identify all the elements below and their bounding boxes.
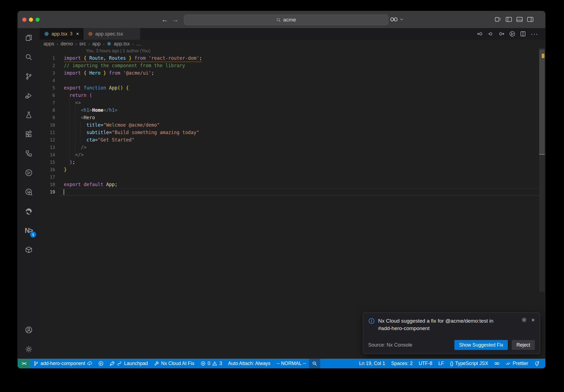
code-line: 8 <h1>Home</h1> <box>40 107 545 114</box>
activity-bar-item-nx-console[interactable]: N>1 <box>18 221 40 240</box>
status-item-auto-attach[interactable]: Auto Attach: Always <box>225 359 273 368</box>
status-item-commit-graph[interactable] <box>95 359 107 368</box>
copilot-icon <box>494 361 500 366</box>
activity-bar-item-settings[interactable] <box>18 339 40 359</box>
breadcrumb-item[interactable]: demo <box>61 41 73 47</box>
toggle-secondary-sidebar-icon[interactable] <box>527 16 534 23</box>
status-item-git-branch[interactable]: add-hero-component <box>30 359 95 368</box>
line-number: 13 <box>40 144 55 151</box>
split-editor-icon[interactable] <box>520 31 526 37</box>
activity-bar-item-edge-devtools[interactable] <box>18 202 40 221</box>
traffic-light-minimize[interactable] <box>29 18 33 22</box>
language-mode-glyph: {} <box>450 361 453 366</box>
copilot-menu[interactable] <box>390 15 404 23</box>
activity-bar-item-containers[interactable] <box>18 240 40 259</box>
activity-bar-item-references[interactable] <box>18 144 40 163</box>
activity-bar-item-run-and-debug[interactable] <box>18 86 40 105</box>
notification-close-icon[interactable]: × <box>531 317 535 332</box>
reject-button[interactable]: Reject <box>512 340 535 350</box>
files-icon <box>25 34 32 42</box>
tab-app-spec-tsx[interactable]: app.spec.tsx <box>83 28 140 40</box>
customize-layout-icon[interactable] <box>495 16 501 23</box>
more-actions-icon[interactable]: ··· <box>531 30 538 38</box>
status-item-encoding[interactable]: UTF-8 <box>416 359 435 368</box>
code-line: 19 <box>40 188 545 196</box>
code-line: 18export default App; <box>40 181 545 188</box>
notification-settings-gear-icon[interactable] <box>521 317 527 332</box>
status-item-notifications-bell[interactable] <box>531 359 543 368</box>
tab-close-icon[interactable]: × <box>76 31 79 37</box>
status-item-gitlens-launchpad[interactable]: Launchpad <box>107 359 151 368</box>
activity-bar-item-gitlens-inspect[interactable] <box>18 182 40 202</box>
account-icon <box>25 326 32 334</box>
commit-graph-icon[interactable] <box>509 31 515 37</box>
traffic-light-zoom[interactable] <box>36 18 40 22</box>
notification-source: Source: Nx Console <box>368 342 412 348</box>
status-item-indentation[interactable]: Spaces: 2 <box>388 359 416 368</box>
activity-bar-item-extensions[interactable] <box>18 124 40 144</box>
layout-controls <box>495 16 534 23</box>
activity-bar-item-gitlens[interactable] <box>18 163 40 182</box>
beaker-icon <box>25 111 32 119</box>
code-line: 5export function App() { <box>40 84 545 92</box>
breadcrumb-item[interactable]: apps <box>44 41 54 47</box>
tab-app-tsx[interactable]: app.tsx3× <box>40 28 83 40</box>
toggle-primary-sidebar-icon[interactable] <box>505 16 512 23</box>
breadcrumb-separator: › <box>88 42 90 46</box>
line-number: 14 <box>40 151 55 159</box>
nx-cloud-ai-fix-label: Nx Cloud AI Fix <box>161 361 194 366</box>
toggle-panel-icon[interactable] <box>516 16 523 23</box>
status-item-vim-mode[interactable]: -- NORMAL -- <box>273 359 309 368</box>
status-item-cursor-position[interactable]: Ln 19, Col 1 <box>356 359 388 368</box>
show-suggested-fix-button[interactable]: Show Suggested Fix <box>454 340 508 350</box>
line-number: 19 <box>40 188 55 196</box>
status-item-remote-indicator[interactable]: >< <box>18 359 30 368</box>
status-item-prettier[interactable]: Prettier <box>503 359 531 368</box>
activity-bar-item-source-control[interactable] <box>18 67 40 86</box>
warning-icon <box>212 361 217 366</box>
line-number: 16 <box>40 166 55 173</box>
link-icon <box>117 361 122 366</box>
line-number: 11 <box>40 129 55 136</box>
code-line: 10 title="Welcmoe @acme/demo" <box>40 121 545 129</box>
commit-graph-icon <box>98 361 104 366</box>
double-check-icon <box>506 361 511 366</box>
status-item-language-mode[interactable]: {}TypeScript JSX <box>447 359 491 368</box>
activity-bar-item-testing[interactable] <box>18 105 40 124</box>
status-item-problems[interactable]: 03 <box>197 359 225 368</box>
title-bar: ← → acme <box>18 11 545 28</box>
code-line: 11 subtitle="Build something amazing tod… <box>40 129 545 136</box>
history-forward-button[interactable]: → <box>172 15 179 24</box>
history-back-button[interactable]: ← <box>161 15 168 24</box>
copilot-icon <box>390 15 398 23</box>
nav-forward-icon[interactable] <box>498 31 505 37</box>
status-item-nx-cloud-ai-fix[interactable]: Nx Cloud AI Fix <box>151 359 197 368</box>
breadcrumb-item[interactable]: app <box>92 41 101 47</box>
line-number: 9 <box>40 114 55 121</box>
status-item-eol[interactable]: LF <box>435 359 447 368</box>
react-icon <box>88 31 93 36</box>
tabs: app.tsx3×app.spec.tsx <box>40 28 140 40</box>
activity-bar-item-search[interactable] <box>18 47 40 67</box>
status-item-zoom-indicator[interactable] <box>309 359 320 368</box>
activity-bar-item-explorer[interactable] <box>18 28 40 47</box>
command-center-search[interactable]: acme <box>184 15 388 25</box>
git-branch-icon <box>33 361 39 366</box>
scrollbar-slider[interactable] <box>539 50 545 155</box>
line-number: 12 <box>40 136 55 144</box>
breadcrumb-item[interactable]: src <box>79 41 86 47</box>
nav-location-icon[interactable] <box>488 31 494 37</box>
status-item-copilot-status[interactable] <box>491 359 503 368</box>
gitlens-icon <box>25 169 32 176</box>
activity-bar-item-accounts[interactable] <box>18 320 40 339</box>
breadcrumb[interactable]: apps›demo›src›app›app.tsx›… <box>40 40 539 48</box>
nav-back-icon[interactable] <box>477 31 483 37</box>
line-number: 1 <box>40 55 55 62</box>
breadcrumb-item[interactable]: app.tsx <box>114 41 130 47</box>
breadcrumb-item[interactable]: … <box>136 41 141 47</box>
traffic-light-close[interactable] <box>22 18 26 22</box>
line-number: 10 <box>40 121 55 129</box>
current-line-highlight <box>59 188 539 196</box>
notification-message: Nx Cloud suggested a fix for @acme/demo:… <box>378 317 508 332</box>
line-number: 15 <box>40 159 55 166</box>
